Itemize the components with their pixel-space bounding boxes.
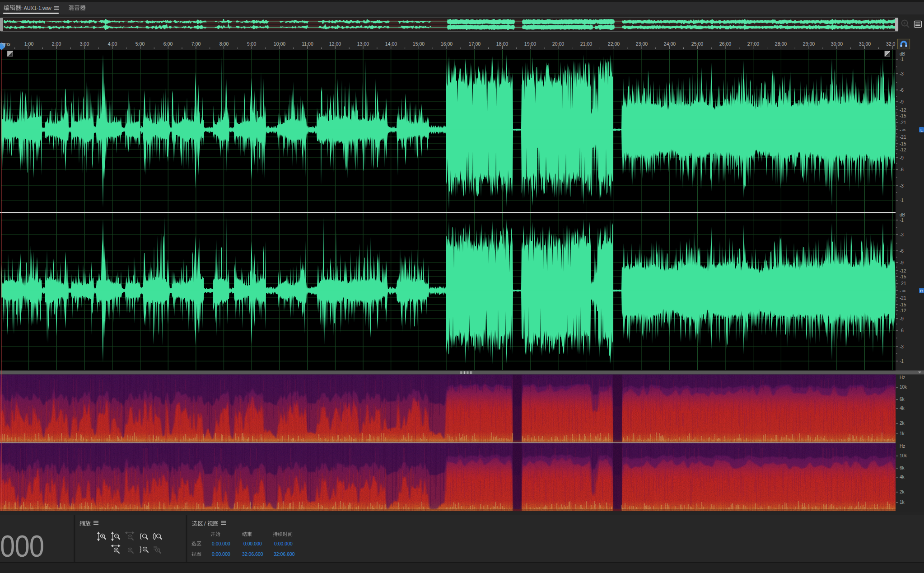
svg-text:11:00: 11:00 — [302, 41, 313, 47]
svg-text:20:00: 20:00 — [552, 41, 564, 47]
svg-text:2:00: 2:00 — [52, 41, 61, 47]
svg-text:: AUX1-1.wav: : AUX1-1.wav — [21, 5, 51, 11]
svg-text:-9: -9 — [900, 316, 904, 321]
svg-text:000: 000 — [0, 529, 44, 563]
svg-text:10k: 10k — [900, 453, 907, 458]
svg-text:4k: 4k — [900, 474, 905, 479]
svg-text:17:00: 17:00 — [469, 41, 481, 47]
svg-text:dB: dB — [900, 212, 905, 217]
svg-text:21:00: 21:00 — [580, 41, 592, 47]
svg-text:-3: -3 — [900, 344, 904, 349]
svg-text:-6: -6 — [900, 88, 904, 93]
svg-text:-12: -12 — [900, 268, 906, 273]
svg-text:-3: -3 — [900, 232, 904, 237]
svg-text:0:00.000: 0:00.000 — [274, 541, 293, 546]
svg-text:28:00: 28:00 — [775, 41, 787, 47]
svg-text:13:00: 13:00 — [357, 41, 369, 47]
svg-text:32:0: 32:0 — [886, 41, 896, 47]
svg-text:hms: hms — [1, 41, 10, 47]
svg-text:-21: -21 — [900, 296, 906, 301]
svg-text:-3: -3 — [900, 183, 904, 188]
svg-text:-1: -1 — [900, 198, 904, 203]
svg-text:L: L — [920, 128, 923, 132]
svg-text:26:00: 26:00 — [719, 41, 731, 47]
svg-text:- ∞: - ∞ — [900, 127, 905, 132]
svg-text:0:00.000: 0:00.000 — [212, 551, 230, 557]
svg-text:1k: 1k — [900, 431, 905, 436]
svg-text:6k: 6k — [900, 397, 905, 402]
svg-text:15:00: 15:00 — [413, 41, 425, 47]
svg-text:32:06.600: 32:06.600 — [274, 551, 295, 557]
svg-text:32:06.600: 32:06.600 — [242, 551, 263, 557]
svg-text:-15: -15 — [900, 302, 906, 307]
svg-text:-12: -12 — [900, 108, 906, 113]
svg-text:1k: 1k — [900, 500, 905, 505]
svg-text:4k: 4k — [900, 406, 905, 411]
svg-text:/: / — [204, 521, 206, 527]
svg-text:5:00: 5:00 — [135, 41, 145, 47]
svg-text:-21: -21 — [900, 120, 906, 125]
svg-text:12:00: 12:00 — [329, 41, 341, 47]
svg-text:-1: -1 — [900, 57, 904, 62]
svg-text:19:00: 19:00 — [524, 41, 536, 47]
svg-text:31:00: 31:00 — [859, 41, 871, 47]
svg-text:4:00: 4:00 — [108, 41, 117, 47]
svg-text:1:00: 1:00 — [24, 41, 34, 47]
svg-text:-15: -15 — [900, 113, 906, 118]
svg-text:-6: -6 — [900, 328, 904, 333]
svg-text:3:00: 3:00 — [80, 41, 89, 47]
svg-text:- ∞: - ∞ — [900, 288, 905, 293]
svg-text:-1: -1 — [900, 359, 904, 364]
svg-text:-1: -1 — [900, 218, 904, 223]
svg-text:30:00: 30:00 — [831, 41, 843, 47]
svg-text:18:00: 18:00 — [496, 41, 508, 47]
svg-text:-3: -3 — [900, 71, 904, 76]
svg-text:22:00: 22:00 — [608, 41, 620, 47]
svg-text:6k: 6k — [900, 465, 905, 470]
svg-text:25:00: 25:00 — [691, 41, 703, 47]
svg-text:R: R — [920, 289, 923, 293]
svg-text:10:00: 10:00 — [274, 41, 285, 47]
svg-text:10k: 10k — [900, 385, 907, 390]
svg-text:27:00: 27:00 — [747, 41, 759, 47]
svg-text:2k: 2k — [900, 489, 905, 494]
svg-text:-21: -21 — [900, 135, 906, 140]
svg-text:-9: -9 — [900, 99, 904, 104]
svg-text:7:00: 7:00 — [191, 41, 201, 47]
svg-text:9:00: 9:00 — [247, 41, 257, 47]
svg-text:14:00: 14:00 — [385, 41, 397, 47]
svg-text:6:00: 6:00 — [163, 41, 173, 47]
svg-text:-15: -15 — [900, 141, 906, 146]
svg-text:-12: -12 — [900, 147, 906, 152]
svg-text:0:00.000: 0:00.000 — [212, 541, 230, 546]
svg-text:-21: -21 — [900, 281, 906, 286]
svg-text:24:00: 24:00 — [664, 41, 676, 47]
svg-text:-6: -6 — [900, 249, 904, 254]
svg-text:-6: -6 — [900, 167, 904, 172]
svg-text:16:00: 16:00 — [441, 41, 453, 47]
svg-text:-9: -9 — [900, 155, 904, 160]
svg-text:8:00: 8:00 — [219, 41, 229, 47]
svg-text:Hz: Hz — [900, 444, 905, 449]
svg-text:Hz: Hz — [900, 375, 905, 380]
svg-text:0:00.000: 0:00.000 — [243, 541, 262, 546]
svg-text:23:00: 23:00 — [636, 41, 648, 47]
svg-text:29:00: 29:00 — [803, 41, 815, 47]
svg-text:-15: -15 — [900, 274, 906, 279]
svg-text:-9: -9 — [900, 260, 904, 265]
svg-text:dB: dB — [900, 52, 905, 56]
svg-text:-12: -12 — [900, 308, 906, 313]
svg-text:2k: 2k — [900, 421, 905, 426]
